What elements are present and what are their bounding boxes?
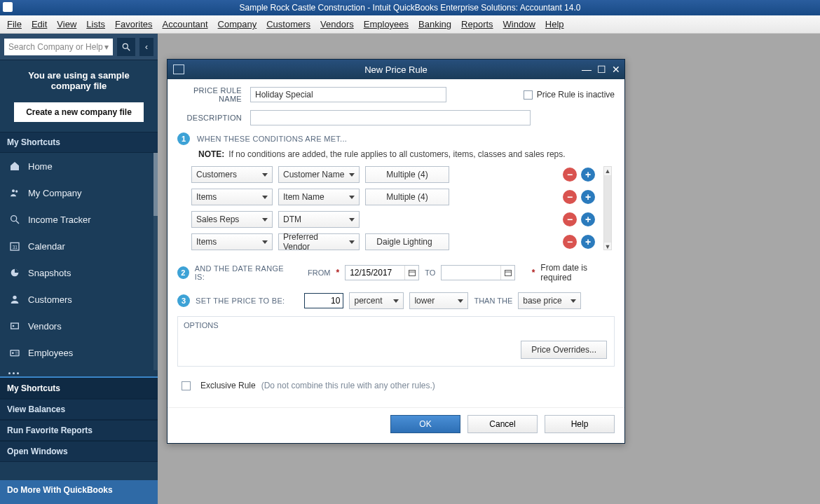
basis-dropdown[interactable]: base price (518, 292, 581, 309)
collapse-panel-button[interactable]: ‹ (139, 38, 153, 56)
dialog-title-bar[interactable]: New Price Rule — ☐ ✕ (168, 60, 624, 79)
sidebar-item-my-company[interactable]: My Company (0, 179, 158, 206)
sidebar-item-vendors[interactable]: Vendors (0, 313, 158, 339)
menu-vendors[interactable]: Vendors (320, 19, 354, 29)
remove-condition-button[interactable]: − (563, 190, 577, 204)
condition-type-dropdown[interactable]: Items (191, 233, 273, 250)
remove-condition-button[interactable]: − (563, 235, 577, 249)
chevron-down-icon (262, 240, 268, 244)
condition-field-dropdown[interactable]: DTM (278, 211, 360, 228)
svg-rect-10 (11, 323, 19, 329)
do-more-header[interactable]: Do More With QuickBooks (0, 480, 158, 500)
menu-banking[interactable]: Banking (418, 19, 451, 29)
chevron-down-icon (262, 196, 268, 199)
amount-input[interactable] (304, 293, 343, 308)
step-1-label: WHEN THESE CONDITIONS ARE MET... (197, 135, 347, 143)
dialog-body: PRICE RULE NAME Holiday Special Price Ru… (168, 79, 624, 407)
ok-button[interactable]: OK (390, 415, 460, 433)
chevron-down-icon (349, 196, 355, 199)
search-button[interactable] (117, 38, 135, 56)
conditions-note: NOTE:If no conditions are added, the rul… (198, 149, 615, 159)
maximize-icon[interactable]: ☐ (597, 64, 606, 75)
sidebar-item-employees[interactable]: Employees (0, 339, 158, 366)
from-label: FROM (308, 268, 330, 277)
svg-point-9 (13, 296, 16, 299)
calendar-icon: 31 (8, 240, 21, 252)
shortcuts-scrollbar[interactable] (153, 153, 158, 370)
section-open-windows[interactable]: Open Windows (0, 441, 158, 462)
sidebar-item-customers[interactable]: Customers (0, 286, 158, 313)
step-1-badge: 1 (177, 132, 190, 145)
inactive-checkbox[interactable] (524, 90, 533, 100)
search-icon (121, 42, 131, 52)
add-condition-button[interactable]: + (581, 212, 595, 226)
sidebar-item-home[interactable]: Home (0, 153, 158, 179)
menu-help[interactable]: Help (545, 19, 564, 29)
search-input[interactable]: Search Company or Help ▾ (4, 39, 113, 55)
section-run-favorite-reports[interactable]: Run Favorite Reports (0, 420, 158, 441)
close-icon[interactable]: ✕ (612, 64, 620, 75)
menu-customers[interactable]: Customers (266, 19, 310, 29)
chevron-down-icon (393, 299, 399, 303)
menu-edit[interactable]: Edit (32, 19, 47, 29)
menu-lists[interactable]: Lists (86, 19, 105, 29)
calendar-icon[interactable] (404, 266, 418, 280)
sidebar-item-snapshots[interactable]: Snapshots (0, 259, 158, 286)
condition-type-dropdown[interactable]: Sales Reps (191, 211, 273, 228)
menu-accountant[interactable]: Accountant (163, 19, 208, 29)
price-overrides-button[interactable]: Price Overrides... (521, 341, 607, 359)
condition-field-dropdown[interactable]: Customer Name (278, 166, 360, 183)
svg-line-5 (16, 221, 19, 224)
chevron-down-icon (349, 240, 355, 244)
add-condition-button[interactable]: + (581, 168, 595, 182)
dialog-system-menu[interactable] (173, 64, 184, 74)
direction-dropdown[interactable]: lower (409, 292, 468, 309)
svg-point-3 (15, 190, 18, 192)
add-condition-button[interactable]: + (581, 235, 595, 249)
exclusive-rule-checkbox[interactable] (182, 381, 191, 390)
condition-field-dropdown[interactable]: Preferred Vendor (278, 233, 360, 250)
condition-row: ItemsPreferred VendorDaigle Lighting (191, 233, 610, 250)
sidebar-item-income-tracker[interactable]: Income Tracker (0, 206, 158, 233)
condition-value-select[interactable]: Multiple (4) (365, 189, 449, 205)
condition-value-select[interactable]: Multiple (4) (365, 166, 449, 183)
sidebar-item-label: Employees (28, 348, 73, 358)
menu-employees[interactable]: Employees (364, 19, 409, 29)
menu-company[interactable]: Company (218, 19, 257, 29)
menu-reports[interactable]: Reports (461, 19, 493, 29)
menu-favorites[interactable]: Favorites (115, 19, 152, 29)
minimize-icon[interactable]: — (582, 64, 592, 75)
condition-type-dropdown[interactable]: Customers (191, 166, 273, 183)
menu-window[interactable]: Window (503, 19, 535, 29)
unit-dropdown[interactable]: percent (349, 292, 404, 309)
remove-condition-button[interactable]: − (563, 212, 577, 226)
menu-view[interactable]: View (57, 19, 76, 29)
calendar-icon[interactable] (500, 266, 514, 280)
home-icon (8, 160, 21, 172)
price-rule-name-input[interactable]: Holiday Special (250, 87, 446, 102)
condition-value-select[interactable]: Daigle Lighting (365, 233, 449, 250)
section-view-balances[interactable]: View Balances (0, 399, 158, 420)
required-asterisk: * (336, 268, 340, 278)
description-input[interactable] (250, 110, 531, 125)
help-button[interactable]: Help (545, 415, 615, 433)
cancel-button[interactable]: Cancel (467, 415, 538, 433)
add-condition-button[interactable]: + (581, 190, 595, 204)
menu-file[interactable]: File (7, 19, 22, 29)
remove-condition-button[interactable]: − (563, 168, 577, 182)
create-company-file-button[interactable]: Create a new company file (14, 102, 144, 122)
shortcuts-overflow (0, 369, 158, 376)
step-2-badge: 2 (177, 266, 189, 279)
svg-point-11 (13, 325, 15, 327)
search-icon (8, 213, 21, 226)
sidebar-item-label: Customers (28, 294, 72, 305)
section-my-shortcuts[interactable]: My Shortcuts (0, 378, 158, 399)
to-date-input[interactable] (441, 265, 515, 280)
condition-type-dropdown[interactable]: Items (191, 189, 273, 205)
sidebar-item-label: My Company (28, 188, 82, 198)
from-date-input[interactable] (345, 265, 419, 280)
condition-field-dropdown[interactable]: Item Name (278, 189, 360, 205)
svg-point-13 (12, 352, 14, 354)
svg-point-4 (11, 216, 17, 222)
sidebar-item-calendar[interactable]: 31Calendar (0, 233, 158, 259)
